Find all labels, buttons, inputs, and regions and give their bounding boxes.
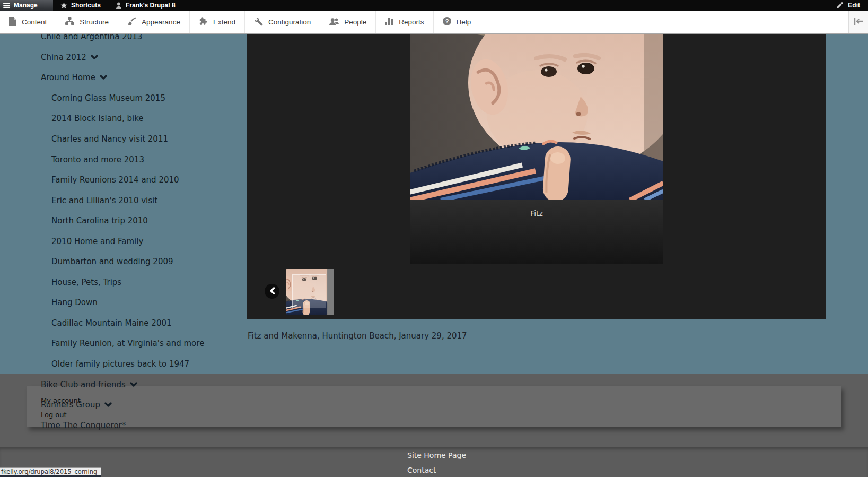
admin-bar-spacer	[183, 0, 837, 11]
contact-link[interactable]: Contact	[407, 466, 436, 474]
tab-content[interactable]: Content	[0, 11, 56, 33]
sidebar-item[interactable]: House, Pets, Trips	[0, 272, 245, 293]
sitemap-icon	[65, 17, 74, 27]
wrench-icon	[254, 17, 263, 28]
sidebar-item[interactable]: 2014 Block Island, bike	[0, 108, 245, 129]
tab-label: Appearance	[142, 18, 180, 26]
sidebar-item[interactable]: Family Reunion, at Virginia's and more	[0, 333, 245, 354]
sidebar-item[interactable]: Family Reunions 2014 and 2010	[0, 170, 245, 190]
slide-photo[interactable]	[410, 34, 663, 200]
sidebar-item[interactable]: Charles and Nancy visit 2011	[0, 129, 245, 150]
chevron-down-icon	[130, 382, 137, 387]
tab-label: Configuration	[268, 18, 311, 26]
sidebar-item[interactable]: Hang Down	[0, 292, 245, 313]
help-icon: ?	[443, 17, 451, 27]
site-home-page-link[interactable]: Site Home Page	[407, 451, 466, 459]
pencil-icon	[836, 2, 844, 9]
thumbnail-active-highlight	[292, 274, 326, 308]
tab-configuration[interactable]: Configuration	[245, 11, 320, 33]
sidebar-item[interactable]: Time The Conqueror*	[0, 415, 245, 436]
sidebar-item[interactable]: 2010 Home and Family	[0, 231, 245, 251]
sidebar-item[interactable]: Dumbarton and wedding 2009	[0, 251, 245, 272]
user-account-tab[interactable]: Frank's Drupal 8	[108, 0, 183, 11]
star-icon	[60, 2, 67, 9]
tab-extend[interactable]: Extend	[190, 11, 245, 33]
sidebar-item[interactable]: Cadillac Mountain Maine 2001	[0, 313, 245, 334]
svg-text:?: ?	[445, 18, 449, 24]
sidebar-item[interactable]: Runners Group	[0, 395, 245, 415]
bar-chart-icon	[385, 18, 393, 27]
tab-label: Help	[457, 18, 471, 26]
admin-toolbar: Manage Shortcuts Frank's Drupal 8 Edit	[0, 0, 868, 11]
manage-label: Manage	[14, 2, 38, 9]
sidebar-item[interactable]: North Carolina trip 2010	[0, 211, 245, 231]
edit-button[interactable]: Edit	[836, 0, 868, 11]
toolbar-spacer	[480, 11, 848, 33]
paintbrush-icon	[127, 17, 136, 28]
tab-structure[interactable]: Structure	[56, 11, 118, 33]
gallery-page-caption: Fitz and Makenna, Huntington Beach, Janu…	[248, 331, 467, 341]
chevron-left-icon	[269, 287, 275, 297]
tab-label: Extend	[213, 18, 235, 26]
album-sidebar-menu: Chile and Argentina 2013 China 2012 Arou…	[0, 27, 245, 436]
sidebar-item[interactable]: Bike Club and friends	[0, 374, 245, 395]
drupal-toolbar: Content Structure Appearance Extend Conf…	[0, 11, 868, 34]
site-footer: Site Home Page Contact	[0, 447, 868, 477]
tab-appearance[interactable]: Appearance	[118, 11, 190, 33]
collapse-left-icon	[854, 17, 863, 27]
tab-label: Reports	[399, 18, 424, 26]
sidebar-item[interactable]: Around Home	[0, 67, 245, 88]
tab-people[interactable]: People	[320, 11, 376, 33]
sidebar-item[interactable]: Older family pictures back to 1947	[0, 354, 245, 375]
slide-caption: Fitz	[530, 209, 543, 218]
tab-label: Structure	[80, 18, 109, 26]
toolbar-collapse-button[interactable]	[848, 11, 868, 33]
chevron-down-icon	[100, 75, 107, 80]
tab-label: People	[344, 18, 366, 26]
hamburger-icon	[3, 3, 10, 8]
chevron-down-icon	[104, 402, 112, 407]
people-icon	[329, 18, 339, 27]
tab-reports[interactable]: Reports	[376, 11, 433, 33]
shortcuts-tab[interactable]: Shortcuts	[53, 0, 108, 11]
person-icon	[116, 2, 122, 9]
sidebar-item[interactable]: Eric and Lillian's 2010 visit	[0, 190, 245, 211]
slide-caption-panel: Fitz	[410, 200, 663, 264]
sidebar-item[interactable]: Toronto and more 2013	[0, 149, 245, 170]
edit-label: Edit	[848, 2, 860, 9]
shortcuts-label: Shortcuts	[71, 2, 101, 9]
manage-tab[interactable]: Manage	[0, 0, 53, 11]
chevron-down-icon	[91, 55, 98, 60]
browser-status-bar: fkelly.org/drupal8/2015_corning	[0, 467, 101, 477]
puzzle-icon	[199, 17, 208, 27]
file-icon	[9, 17, 16, 28]
tab-help[interactable]: ? Help	[434, 11, 481, 33]
slide-thumbnail[interactable]	[286, 269, 334, 315]
previous-slide-button[interactable]	[265, 284, 279, 299]
site-name: Frank's Drupal 8	[126, 2, 176, 9]
photo-viewer: Fitz	[247, 34, 826, 319]
sidebar-item[interactable]: Corning Glass Museum 2015	[0, 88, 245, 109]
tab-label: Content	[22, 18, 47, 26]
sidebar-item[interactable]: China 2012	[0, 47, 245, 68]
